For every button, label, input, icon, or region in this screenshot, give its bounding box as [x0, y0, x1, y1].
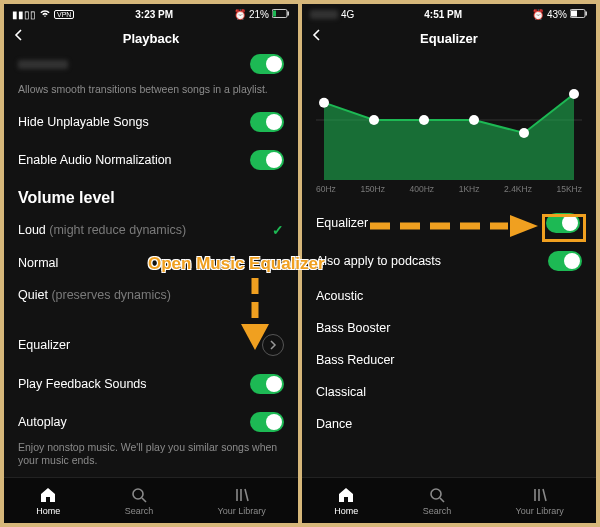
- battery-percent: 43%: [547, 9, 567, 20]
- search-icon: [130, 486, 148, 504]
- page-title: Equalizer: [420, 31, 478, 46]
- search-icon: [428, 486, 446, 504]
- preset-dance[interactable]: Dance: [316, 408, 582, 440]
- eq-band-handle[interactable]: [569, 89, 579, 99]
- toggle-feedback[interactable]: [250, 374, 284, 394]
- row-feedback-label: Play Feedback Sounds: [18, 377, 147, 391]
- header: Playback: [4, 22, 298, 54]
- svg-line-13: [440, 498, 444, 502]
- toggle-eq-enable[interactable]: [546, 213, 580, 233]
- eq-band-label: 15KHz: [556, 184, 582, 194]
- home-icon: [337, 486, 355, 504]
- volume-level-title: Volume level: [18, 179, 284, 213]
- phone-right: 4G 4:51 PM ⏰ 43% Equalizer 60Hz150Hz400H…: [302, 4, 596, 523]
- alarm-icon: ⏰: [234, 9, 246, 20]
- eq-chart[interactable]: [316, 60, 582, 180]
- row-eq-enable-label: Equalizer: [316, 216, 368, 230]
- volume-quiet[interactable]: Quiet (preserves dynamics): [18, 279, 284, 311]
- network-label: 4G: [341, 9, 354, 20]
- battery-percent: 21%: [249, 9, 269, 20]
- nav-library-label: Your Library: [218, 506, 266, 516]
- eq-band-handle[interactable]: [519, 128, 529, 138]
- row-equalizer-label: Equalizer: [18, 338, 70, 352]
- row-equalizer[interactable]: Equalizer: [18, 325, 284, 365]
- preset-acoustic[interactable]: Acoustic: [316, 280, 582, 312]
- redacted-carrier: [310, 10, 338, 19]
- back-icon[interactable]: [12, 28, 26, 46]
- svg-line-7: [245, 489, 248, 501]
- svg-point-12: [431, 489, 441, 499]
- redacted-row: [18, 60, 68, 69]
- volume-quiet-label: Quiet: [18, 288, 48, 302]
- eq-band-handle[interactable]: [469, 115, 479, 125]
- eq-band-handle[interactable]: [419, 115, 429, 125]
- svg-rect-2: [273, 10, 276, 16]
- chevron-right-icon: [262, 334, 284, 356]
- phone-left: ▮▮▯▯ VPN 3:23 PM ⏰ 21% Playback: [4, 4, 298, 523]
- svg-line-16: [543, 489, 546, 501]
- nav-search-label: Search: [423, 506, 452, 516]
- equalizer-content: 60Hz150Hz400Hz1KHz2.4KHz15KHz Equalizer …: [302, 54, 596, 477]
- automix-desc: Allows smooth transitions between songs …: [18, 83, 284, 103]
- nav-library[interactable]: Your Library: [516, 486, 564, 516]
- nav-library[interactable]: Your Library: [218, 486, 266, 516]
- battery-icon: [570, 9, 588, 20]
- nav-search-label: Search: [125, 506, 154, 516]
- page-title: Playback: [123, 31, 179, 46]
- preset-bass-booster[interactable]: Bass Booster: [316, 312, 582, 344]
- volume-loud-label: Loud: [18, 223, 46, 237]
- autoplay-desc: Enjoy nonstop music. We'll play you simi…: [18, 441, 284, 468]
- eq-band-label: 2.4KHz: [504, 184, 532, 194]
- nav-home-label: Home: [36, 506, 60, 516]
- svg-rect-1: [288, 11, 289, 15]
- row-autoplay-label: Autoplay: [18, 415, 67, 429]
- nav-library-label: Your Library: [516, 506, 564, 516]
- toggle-podcasts[interactable]: [548, 251, 582, 271]
- bottom-nav: Home Search Your Library: [302, 477, 596, 523]
- svg-rect-9: [586, 11, 587, 15]
- battery-icon: [272, 9, 290, 20]
- preset-bass-reducer[interactable]: Bass Reducer: [316, 344, 582, 376]
- bottom-nav: Home Search Your Library: [4, 477, 298, 523]
- preset-classical[interactable]: Classical: [316, 376, 582, 408]
- nav-home[interactable]: Home: [36, 486, 60, 516]
- toggle-hide-unplayable[interactable]: [250, 112, 284, 132]
- eq-frequency-labels: 60Hz150Hz400Hz1KHz2.4KHz15KHz: [316, 182, 582, 204]
- row-podcasts-label: Also apply to podcasts: [316, 254, 441, 268]
- wifi-icon: [39, 9, 51, 20]
- svg-line-4: [142, 498, 146, 502]
- svg-rect-10: [571, 10, 577, 16]
- status-time: 4:51 PM: [424, 9, 462, 20]
- toggle-automix[interactable]: [250, 54, 284, 74]
- eq-band-label: 150Hz: [360, 184, 385, 194]
- svg-point-3: [133, 489, 143, 499]
- volume-normal[interactable]: Normal: [18, 247, 284, 279]
- toggle-autoplay[interactable]: [250, 412, 284, 432]
- header: Equalizer: [302, 22, 596, 54]
- home-icon: [39, 486, 57, 504]
- nav-search[interactable]: Search: [125, 486, 154, 516]
- alarm-icon: ⏰: [532, 9, 544, 20]
- volume-quiet-hint: (preserves dynamics): [51, 288, 170, 302]
- nav-search[interactable]: Search: [423, 486, 452, 516]
- nav-home-label: Home: [334, 506, 358, 516]
- signal-icon: ▮▮▯▯: [12, 9, 36, 20]
- volume-normal-label: Normal: [18, 256, 58, 270]
- status-time: 3:23 PM: [135, 9, 173, 20]
- toggle-normalize[interactable]: [250, 150, 284, 170]
- eq-band-label: 60Hz: [316, 184, 336, 194]
- eq-band-label: 400Hz: [410, 184, 435, 194]
- eq-band-handle[interactable]: [369, 115, 379, 125]
- row-normalize-label: Enable Audio Normalization: [18, 153, 172, 167]
- eq-band-handle[interactable]: [319, 98, 329, 108]
- settings-content: Allows smooth transitions between songs …: [4, 54, 298, 477]
- status-bar: ▮▮▯▯ VPN 3:23 PM ⏰ 21%: [4, 4, 298, 22]
- row-hide-unplayable-label: Hide Unplayable Songs: [18, 115, 149, 129]
- volume-loud[interactable]: Loud (might reduce dynamics) ✓: [18, 213, 284, 247]
- check-icon: ✓: [272, 222, 284, 238]
- library-icon: [531, 486, 549, 504]
- tutorial-frame: ▮▮▯▯ VPN 3:23 PM ⏰ 21% Playback: [0, 0, 600, 527]
- eq-band-label: 1KHz: [459, 184, 480, 194]
- back-icon[interactable]: [310, 28, 324, 46]
- nav-home[interactable]: Home: [334, 486, 358, 516]
